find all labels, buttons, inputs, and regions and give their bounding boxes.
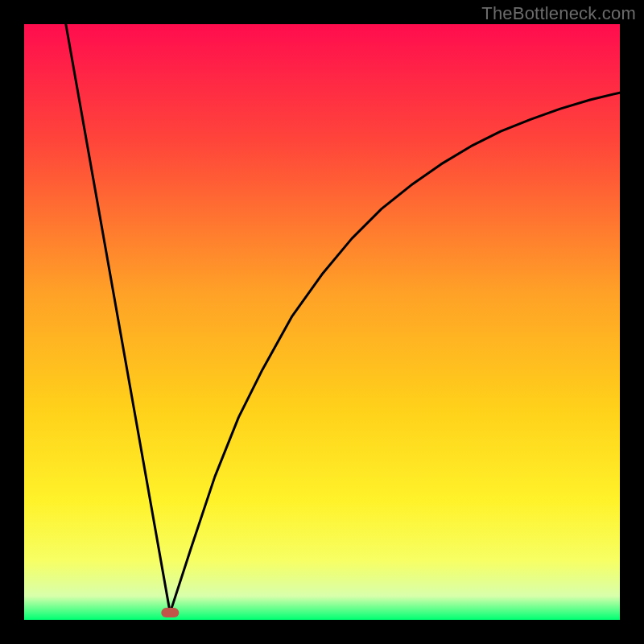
plot-area xyxy=(24,24,620,620)
watermark-label: TheBottleneck.com xyxy=(481,3,636,24)
min-marker xyxy=(161,608,179,617)
min-marker-pill xyxy=(161,608,179,617)
chart-frame: TheBottleneck.com xyxy=(0,0,644,644)
chart-svg xyxy=(24,24,620,620)
gradient-background xyxy=(24,24,620,620)
